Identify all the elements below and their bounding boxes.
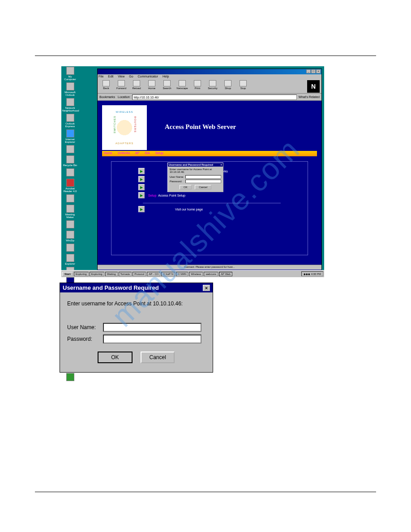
taskbar-item[interactable]: webcons [204, 272, 218, 276]
forward-icon [118, 80, 125, 86]
meeting-icon [66, 205, 74, 213]
desktop-icon[interactable]: Microsoft Outlook [62, 82, 78, 96]
minimize-button[interactable]: _ [306, 69, 311, 73]
nav-isa[interactable]: ISA [145, 151, 150, 154]
whats-related-button[interactable]: What's Related [299, 95, 320, 99]
nav-vxworks[interactable]: VxWorks [118, 151, 130, 154]
print-button[interactable]: Print [191, 80, 204, 93]
clock: 4:00 PM [311, 273, 321, 275]
dialog-close-button[interactable]: × [220, 163, 222, 166]
system-tray: ◆◆◆ 4:00 PM [301, 271, 323, 276]
page-top-rule [35, 56, 376, 56]
taskbar-item[interactable]: Exploring [74, 272, 89, 276]
username-input[interactable] [103, 323, 201, 332]
winzip-icon [66, 231, 74, 239]
nav-setup[interactable]: Setup [155, 151, 163, 154]
desktop-icon[interactable] [62, 145, 78, 154]
security-button[interactable]: Security [206, 80, 219, 93]
ok-button[interactable]: OK [98, 352, 132, 363]
desktop-icon[interactable]: Recycle Bin [62, 155, 78, 167]
back-button[interactable]: Back [99, 80, 113, 93]
play-icon[interactable]: ▶ [138, 192, 145, 198]
home-button[interactable]: Home [145, 80, 158, 93]
cancel-button[interactable]: Cancel [195, 185, 211, 189]
menu-edit[interactable]: Edit [108, 75, 113, 78]
location-label: Location: [118, 95, 130, 99]
username-input[interactable] [185, 175, 221, 179]
icon-label: Explorer [65, 262, 75, 265]
forward-button[interactable]: Forward [115, 80, 128, 93]
desktop-icon[interactable]: WinZip [62, 231, 78, 242]
dialog-titlebar: Username and Password Required × [60, 283, 213, 292]
page-title: Access Point Web Server [165, 123, 236, 131]
netscape-button[interactable]: Netscape [176, 80, 189, 93]
close-button[interactable]: × [316, 69, 321, 73]
ie-icon [66, 129, 74, 137]
play-icon[interactable]: ▶ [138, 176, 145, 182]
shop-icon [224, 80, 231, 86]
ok-button[interactable]: OK [180, 185, 192, 189]
menu-view[interactable]: View [118, 75, 124, 78]
maximize-button[interactable]: □ [311, 69, 316, 73]
reload-button[interactable]: Reload [130, 80, 143, 93]
desktop-icon[interactable] [62, 194, 78, 203]
netscape-throbber-icon: N [307, 80, 320, 93]
desktop-icon[interactable]: Acrobat Reader 4.0 [62, 179, 78, 193]
desktop-icon[interactable]: Meeting Maker [62, 205, 78, 219]
row-text: Visit our home page [175, 208, 203, 211]
desktop-icon[interactable] [62, 244, 78, 252]
bookmarks-button[interactable]: Bookmarks [99, 95, 115, 99]
taskbar-item[interactable]: Waiting [105, 272, 118, 276]
nav-ap[interactable]: AP [135, 151, 139, 154]
url-input[interactable]: http://10.10.10.46/ [132, 94, 296, 100]
icon-label: Acrobat Reader 4.0 [64, 187, 77, 193]
password-input[interactable] [103, 335, 201, 343]
taskbar-item[interactable]: AP - CO [147, 272, 160, 276]
toolbar-label: Shop [225, 87, 231, 90]
back-icon [103, 80, 110, 86]
menu-help[interactable]: Help [163, 75, 169, 78]
username-label: User Name: [67, 324, 103, 330]
taskbar-item[interactable]: Exploring [90, 272, 104, 276]
tray-icons[interactable]: ◆◆◆ [304, 273, 310, 275]
desktop-icon[interactable]: Internet Explorer [62, 129, 78, 143]
dialog-close-button[interactable]: × [203, 285, 210, 291]
toolbar-label: Forward [116, 87, 126, 90]
circular-logo-icon: WIRELESS ROUTERS ADAPTERS SWITCHES [107, 110, 142, 146]
play-icon[interactable]: ▶ [138, 206, 145, 212]
company-logo: WIRELESS ROUTERS ADAPTERS SWITCHES [102, 105, 147, 150]
taskbar-item[interactable]: C:\WIN [176, 272, 188, 276]
desktop-icon[interactable]: Outlook Express [62, 114, 78, 128]
logo-text-right: ROUTERS [134, 116, 137, 133]
desktop-icon[interactable] [62, 220, 78, 229]
nav-home[interactable]: Home [104, 151, 112, 154]
icon-label: Internet Explorer [65, 138, 75, 143]
page-bottom-rule [35, 492, 376, 492]
stop-button[interactable]: Stop [236, 80, 250, 93]
taskbar-item[interactable]: Wireless [189, 272, 203, 276]
row-link[interactable]: Setup [148, 194, 156, 197]
menu-file[interactable]: File [98, 75, 103, 78]
play-icon[interactable]: ▶ [138, 168, 145, 174]
taskbar-item[interactable]: Tornado [119, 272, 132, 276]
password-row: Password: [170, 180, 221, 183]
desktop-icon[interactable]: My Computer [62, 67, 78, 81]
desktop-icon[interactable]: Network Neighborhood [62, 98, 78, 112]
search-button[interactable]: Search [160, 80, 174, 93]
menu-go[interactable]: Go [129, 75, 133, 78]
taskbar-item[interactable]: AP Web [219, 272, 232, 276]
play-icon[interactable]: ▶ [138, 184, 145, 190]
desktop-icon[interactable] [62, 168, 78, 177]
desktop-icon[interactable]: SmartFTP [62, 373, 78, 384]
shop-button[interactable]: Shop [221, 80, 235, 93]
menu-communicator[interactable]: Communicator [138, 75, 158, 78]
browser-titlebar: _ □ × [98, 69, 321, 74]
generic-icon [66, 194, 74, 202]
start-button[interactable]: Start [62, 272, 73, 276]
password-input[interactable] [185, 180, 221, 183]
taskbar-item[interactable]: C:\IoP N [161, 272, 175, 276]
cancel-button[interactable]: Cancel [141, 352, 175, 363]
desktop-icon[interactable]: Explorer [62, 254, 78, 265]
toolbar-label: Reload [132, 87, 141, 90]
taskbar-item[interactable]: Protocol [133, 272, 146, 276]
